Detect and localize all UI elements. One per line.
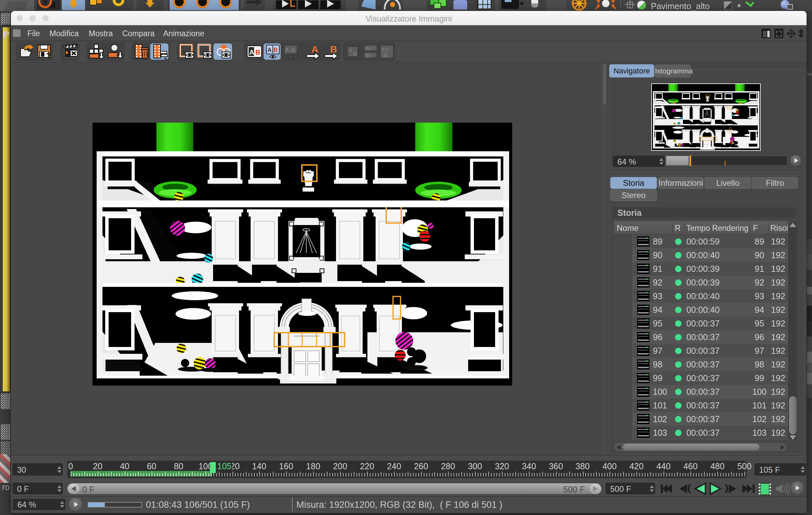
svg-text:A: A: [267, 47, 271, 53]
svg-text:?: ?: [46, 51, 51, 59]
svg-text:A: A: [285, 47, 289, 53]
svg-text:A=: A=: [365, 46, 372, 51]
svg-text:A: A: [349, 47, 352, 53]
svg-text:A?: A?: [381, 46, 388, 52]
svg-text:B: B: [291, 47, 295, 53]
svg-text:A: A: [249, 48, 254, 56]
svg-text:B=: B=: [365, 53, 372, 58]
svg-text:B: B: [353, 51, 357, 56]
svg-text:↕B: ↕B: [381, 52, 388, 58]
svg-text:B: B: [274, 47, 278, 53]
svg-text:B: B: [255, 48, 260, 56]
